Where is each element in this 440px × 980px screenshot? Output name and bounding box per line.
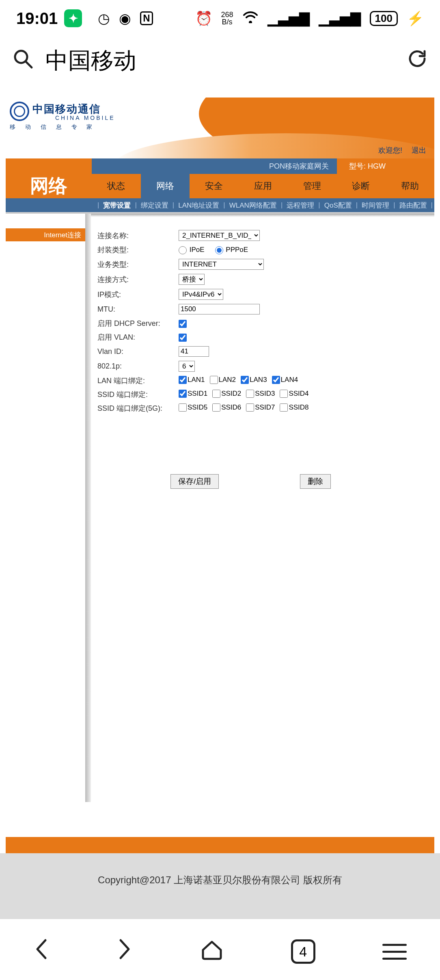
lan-LAN2-label: LAN2 [219, 376, 236, 384]
sidebar: Internet连接 [6, 214, 85, 802]
brand-cn: 中国移动通信 [32, 102, 115, 116]
search-icon[interactable] [12, 48, 33, 74]
save-button[interactable]: 保存/启用 [170, 474, 219, 489]
ssid5g-SSID5-checkbox[interactable] [179, 403, 187, 412]
brand-en: CHINA MOBILE [55, 115, 115, 121]
vlanid-input[interactable] [179, 346, 209, 357]
ssid-SSID1-checkbox[interactable] [179, 390, 187, 398]
globe-icon [10, 102, 29, 121]
ssid-SSID2-label: SSID2 [221, 390, 241, 398]
encap-ipoe-radio[interactable] [179, 246, 187, 254]
home-icon[interactable] [200, 938, 224, 966]
subtab-QoS配置[interactable]: QoS配置 [320, 201, 356, 210]
router-admin-page: 中国移动通信 CHINA MOBILE 移 动 信 息 专 家 欢迎您! 退出 … [6, 98, 434, 837]
ssid5g-SSID7-checkbox[interactable] [246, 403, 254, 412]
reload-icon[interactable] [407, 48, 428, 74]
subtab-WLAN网络配置[interactable]: WLAN网络配置 [225, 201, 281, 210]
conn-mode-select[interactable]: 桥接 [179, 274, 205, 285]
subtab-时间管理[interactable]: 时间管理 [358, 201, 393, 210]
browser-top-bar: 中国移动 [0, 37, 440, 98]
tab-管理[interactable]: 管理 [287, 174, 336, 198]
lanbind-label: LAN 端口绑定: [97, 376, 179, 386]
tab-网络[interactable]: 网络 [141, 174, 190, 198]
phone-bottom-nav: 4 [0, 923, 440, 980]
ssid5g-SSID7-label: SSID7 [255, 403, 275, 412]
back-icon[interactable] [33, 938, 50, 966]
tab-状态[interactable]: 状态 [92, 174, 141, 198]
lan-LAN3-label: LAN3 [250, 376, 267, 384]
conn-name-select[interactable]: 2_INTERNET_B_VID_41 [179, 230, 260, 241]
lan-LAN1-checkbox[interactable] [179, 376, 187, 384]
wifi-icon [242, 10, 259, 26]
p8021-label: 802.1p: [97, 361, 179, 372]
ip-mode-select[interactable]: IPv4&IPv6 [179, 289, 223, 300]
header-banner: 中国移动通信 CHINA MOBILE 移 动 信 息 专 家 欢迎您! 退出 [6, 98, 434, 158]
tab-帮助[interactable]: 帮助 [385, 174, 434, 198]
ssid-SSID3-checkbox[interactable] [246, 390, 254, 398]
alarm-icon: ⏰ [195, 10, 212, 26]
subtab-宽带设置[interactable]: 宽带设置 [99, 201, 135, 210]
encap-ipoe-label: IPoE [190, 246, 205, 254]
page-title: 中国移动 [45, 46, 395, 76]
lan-LAN3-checkbox[interactable] [241, 376, 249, 384]
welcome-text: 欢迎您! [378, 146, 402, 154]
ssid-SSID2-checkbox[interactable] [212, 390, 220, 398]
ssid-SSID4-label: SSID4 [289, 390, 308, 398]
ssidbind-label: SSID 端口绑定: [97, 390, 179, 399]
subtab-LAN地址设置[interactable]: LAN地址设置 [174, 201, 223, 210]
lan-LAN2-checkbox[interactable] [210, 376, 218, 384]
phone-status-bar: 19:01 ✦ ◷ ◉ N ⏰ 268B/s ▁▃▅▇ ▁▃▅▇ 100 ⚡ [0, 0, 440, 37]
main-tabs: 网络 状态网络安全应用管理诊断帮助 [6, 174, 434, 198]
ssid5g-SSID8-checkbox[interactable] [280, 403, 288, 412]
dhcp-label: 启用 DHCP Server: [97, 319, 179, 328]
wechat-icon: ✦ [64, 9, 82, 27]
form-area: 连接名称: 2_INTERNET_B_VID_41 封装类型: IPoE PPP… [91, 214, 434, 802]
tabs-count-button[interactable]: 4 [291, 939, 315, 964]
tab-安全[interactable]: 安全 [190, 174, 239, 198]
model-strip: PON移动家庭网关 型号: HGW [6, 158, 434, 174]
forward-icon[interactable] [116, 938, 133, 966]
battery-indicator: 100 [370, 11, 398, 26]
ssid-SSID1-label: SSID1 [188, 390, 207, 398]
menu-icon[interactable] [382, 944, 407, 960]
status-time: 19:01 [16, 9, 58, 28]
ssid5g-SSID5-label: SSID5 [188, 403, 207, 412]
tab-诊断[interactable]: 诊断 [336, 174, 386, 198]
encap-label: 封装类型: [97, 245, 179, 255]
charging-icon: ⚡ [407, 10, 424, 26]
lan-LAN4-checkbox[interactable] [272, 376, 280, 384]
ssid-SSID3-label: SSID3 [255, 390, 275, 398]
copyright-footer: Copyright@2017 上海诺基亚贝尔股份有限公司 版权所有 [0, 853, 440, 919]
subtab-远程管理[interactable]: 远程管理 [283, 201, 318, 210]
ssid5g-SSID6-checkbox[interactable] [212, 403, 220, 412]
encap-pppoe-radio[interactable] [215, 246, 223, 254]
nfc-icon: N [140, 11, 153, 25]
subtab-路由配置[interactable]: 路由配置 [395, 201, 431, 210]
sidebar-item-internet[interactable]: Internet连接 [6, 228, 85, 241]
device-type: PON移动家庭网关 [92, 158, 337, 174]
tab-应用[interactable]: 应用 [239, 174, 288, 198]
mtu-input[interactable] [179, 304, 260, 314]
signal-icon-2: ▁▃▅▇ [319, 10, 361, 26]
vlan-enable-checkbox[interactable] [179, 334, 187, 342]
svc-label: 业务类型: [97, 259, 179, 270]
subtab-绑定设置[interactable]: 绑定设置 [137, 201, 173, 210]
net-speed: 268B/s [221, 11, 233, 26]
ip-mode-label: IP模式: [97, 289, 179, 300]
ssid-SSID4-checkbox[interactable] [280, 390, 288, 398]
logout-link[interactable]: 退出 [412, 146, 426, 154]
vlanid-label: Vlan ID: [97, 346, 179, 357]
china-mobile-logo: 中国移动通信 CHINA MOBILE 移 动 信 息 专 家 [10, 102, 115, 131]
delete-button[interactable]: 删除 [300, 474, 331, 489]
sub-tabs: |宽带设置|绑定设置|LAN地址设置|WLAN网络配置|远程管理|QoS配置|时… [6, 198, 434, 212]
section-title: 网络 [6, 174, 92, 198]
eye-icon: ◉ [119, 10, 131, 26]
lan-LAN1-label: LAN1 [188, 376, 205, 384]
encap-pppoe-label: PPPoE [226, 246, 248, 254]
lan-LAN4-label: LAN4 [281, 376, 298, 384]
ssid5g-SSID6-label: SSID6 [221, 403, 241, 412]
svc-select[interactable]: INTERNET [179, 259, 264, 270]
dhcp-checkbox[interactable] [179, 320, 187, 328]
vlan-enable-label: 启用 VLAN: [97, 332, 179, 342]
p8021-select[interactable]: 6 [179, 361, 195, 372]
